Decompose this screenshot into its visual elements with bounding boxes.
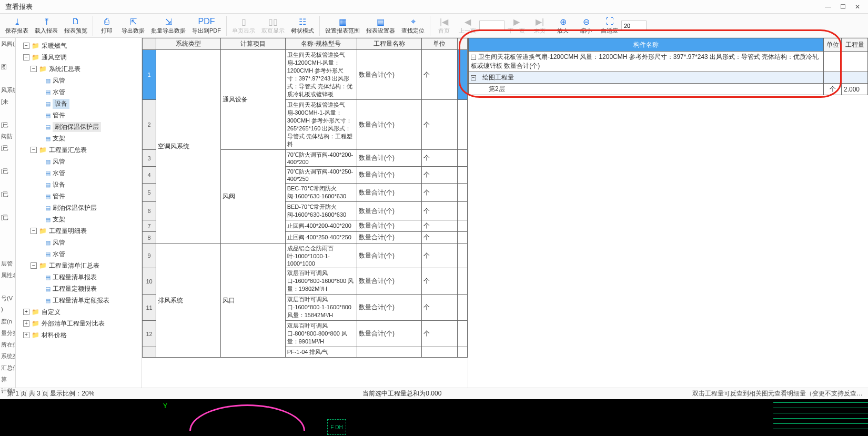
batch-export-icon: ⇲ bbox=[163, 16, 174, 27]
tree-item[interactable]: ▤刷油保温保护层 bbox=[16, 202, 142, 214]
tree-mode-icon: ☷ bbox=[297, 16, 308, 27]
cell-systype[interactable]: 空调风系统 bbox=[156, 50, 221, 244]
fit[interactable]: ⛶自适应 bbox=[598, 14, 621, 37]
single-page-button: ▯单页显示 bbox=[229, 14, 258, 37]
report-setup-icon: ▤ bbox=[376, 16, 386, 27]
preview-button[interactable]: 🗋报表预览 bbox=[61, 14, 90, 37]
cell-unit[interactable]: 个 bbox=[421, 50, 457, 100]
detail-floor-qty: 2.000 bbox=[842, 84, 868, 95]
tree-mode-button[interactable]: ☷树状模式 bbox=[288, 14, 317, 37]
tree-item[interactable]: −📁系统汇总表 bbox=[16, 63, 142, 75]
tree-item[interactable]: −📁工程量汇总表 bbox=[16, 144, 142, 156]
export-icon: ⇱ bbox=[128, 16, 138, 27]
tree-item[interactable]: −📁采暖燃气 bbox=[16, 40, 142, 52]
load-report-button[interactable]: ⤒载入报表 bbox=[32, 14, 61, 37]
collapse-icon[interactable]: − bbox=[31, 262, 37, 269]
detail-row1[interactable]: −卫生间天花板管道换气扇-1200CMH 风量：1200CMH 参考外形尺寸：3… bbox=[469, 52, 824, 72]
expand-icon[interactable]: + bbox=[23, 309, 29, 315]
tree-item[interactable]: ▤工程量清单定额报表 bbox=[16, 295, 142, 306]
document-icon: ▤ bbox=[45, 100, 51, 107]
document-icon: ▤ bbox=[45, 193, 51, 200]
collapse-icon[interactable]: − bbox=[31, 147, 37, 153]
cad-viewport[interactable]: Y F DH bbox=[0, 399, 868, 436]
cad-lines bbox=[773, 399, 868, 436]
cell-spec[interactable]: 卫生间天花板管道换气扇-1200CMH-风量：1200CMH 参考外形尺寸：39… bbox=[285, 50, 357, 100]
find-icon: ⌖ bbox=[408, 16, 418, 27]
zoom-in[interactable]: ⊕放大 bbox=[551, 14, 574, 37]
save-report-button[interactable]: ⤓保存报表 bbox=[2, 14, 32, 37]
minimize-button[interactable]: — bbox=[821, 2, 835, 12]
zoom-out[interactable]: ⊖缩小 bbox=[574, 14, 598, 37]
export-button[interactable]: ⇱导出数据 bbox=[118, 14, 148, 37]
tree-item[interactable]: ▤工程量定额报表 bbox=[16, 283, 142, 295]
double-page-button: ▯▯双页显示 bbox=[258, 14, 288, 37]
folder-icon: 📁 bbox=[32, 308, 39, 316]
export-pdf-icon: PDF bbox=[201, 16, 212, 27]
collapse-icon[interactable]: − bbox=[23, 43, 29, 49]
tree-item[interactable]: +📁材料价格 bbox=[16, 329, 142, 341]
tree-item[interactable]: ▤刷油保温保护层 bbox=[16, 121, 142, 133]
tree-item[interactable]: ▤管件 bbox=[16, 109, 142, 121]
window-title: 查看报表 bbox=[3, 2, 821, 12]
tree-item[interactable]: ▤支架 bbox=[16, 133, 142, 144]
export-pdf-button[interactable]: PDF导出到PDF bbox=[189, 14, 224, 37]
set-range-button[interactable]: ▦设置报表范围 bbox=[322, 14, 363, 37]
single-page-icon: ▯ bbox=[238, 16, 249, 27]
detail-floor[interactable]: 第2层 bbox=[469, 84, 824, 95]
tree-item[interactable]: ▤风管 bbox=[16, 156, 142, 167]
tree-item[interactable]: ▤水管 bbox=[16, 86, 142, 98]
nav-prev: ◀上一页 bbox=[456, 14, 479, 37]
collapse-icon[interactable]: − bbox=[31, 66, 37, 72]
folder-icon: 📁 bbox=[32, 331, 39, 339]
collapse-icon[interactable]: − bbox=[31, 228, 37, 234]
nav-last: ▶|末页 bbox=[528, 14, 551, 37]
document-icon: ▤ bbox=[45, 77, 51, 84]
cell-sel[interactable] bbox=[457, 50, 467, 100]
load-report-icon: ⤒ bbox=[41, 16, 52, 27]
find-button[interactable]: ⌖查找定位 bbox=[398, 14, 428, 37]
folder-icon: 📁 bbox=[32, 42, 39, 49]
report-grid-panel: 系统类型 计算项目 名称-规格型号 工程量名称 单位 1空调风系统通风设备卫生间… bbox=[142, 38, 468, 388]
detail-unit-header: 单位 bbox=[824, 38, 842, 52]
cell-calcitem[interactable]: 通风设备 bbox=[220, 50, 285, 150]
double-page-icon: ▯▯ bbox=[268, 16, 278, 27]
tree-item[interactable]: ▤风管 bbox=[16, 75, 142, 86]
print-button[interactable]: ⎙打印 bbox=[95, 14, 118, 37]
cell-qtyname[interactable]: 数量合计(个) bbox=[357, 50, 421, 100]
collapse-icon[interactable]: − bbox=[23, 54, 29, 60]
document-icon: ▤ bbox=[45, 170, 51, 177]
tree-item[interactable]: ▤设备 bbox=[16, 98, 142, 109]
document-icon: ▤ bbox=[45, 135, 51, 142]
tree-item[interactable]: −📁通风空调 bbox=[16, 52, 142, 63]
zoom-input[interactable] bbox=[621, 21, 647, 31]
close-button[interactable]: ✕ bbox=[850, 2, 865, 12]
tree-item[interactable]: ▤工程量清单报表 bbox=[16, 271, 142, 283]
tree-item[interactable]: ▤设备 bbox=[16, 179, 142, 190]
document-icon: ▤ bbox=[45, 112, 51, 119]
document-icon: ▤ bbox=[45, 124, 51, 130]
tree-item[interactable]: ▤管件 bbox=[16, 190, 142, 202]
row-number[interactable]: 1 bbox=[143, 50, 156, 100]
tree-item[interactable]: −📁工程量明细表 bbox=[16, 225, 142, 237]
axis-y-label: Y bbox=[163, 402, 167, 410]
tree-item[interactable]: +📁自定义 bbox=[16, 306, 142, 318]
expand-icon[interactable]: + bbox=[23, 320, 29, 327]
maximize-button[interactable]: ☐ bbox=[835, 2, 850, 12]
tree-item[interactable]: ▤水管 bbox=[16, 167, 142, 179]
tree-item[interactable]: ▤风管 bbox=[16, 237, 142, 248]
tree-item[interactable]: ▤支架 bbox=[16, 214, 142, 225]
tree-item[interactable]: ▤水管 bbox=[16, 248, 142, 260]
document-icon: ▤ bbox=[45, 286, 51, 292]
collapse-icon[interactable]: − bbox=[471, 55, 476, 60]
tree-item[interactable]: −📁工程量清单汇总表 bbox=[16, 260, 142, 271]
cad-box: F DH bbox=[327, 419, 346, 435]
detail-group[interactable]: −绘图工程量 bbox=[469, 72, 824, 84]
report-setup-button[interactable]: ▤报表设置器 bbox=[363, 14, 398, 37]
collapse-icon[interactable]: − bbox=[471, 75, 476, 80]
tree-item[interactable]: +📁外部清单工程量对比表 bbox=[16, 318, 142, 329]
page-input[interactable] bbox=[479, 21, 504, 31]
batch-export-button[interactable]: ⇲批量导出数据 bbox=[148, 14, 189, 37]
toolbar: ⤓保存报表⤒载入报表🗋报表预览⎙打印⇱导出数据⇲批量导出数据PDF导出到PDF▯… bbox=[0, 14, 868, 38]
expand-icon[interactable]: + bbox=[23, 332, 29, 338]
folder-icon: 📁 bbox=[39, 65, 47, 73]
